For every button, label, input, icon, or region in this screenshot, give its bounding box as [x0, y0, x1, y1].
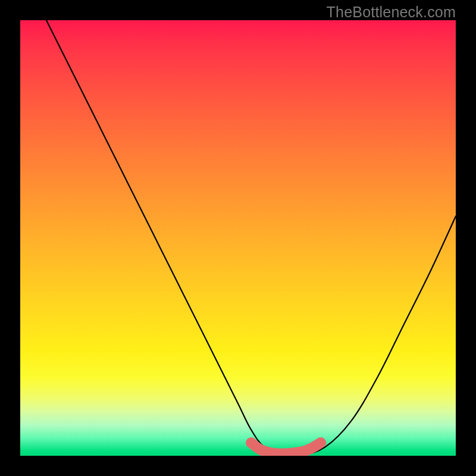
main-curve	[46, 20, 456, 456]
highlight-marker	[251, 443, 321, 454]
chart-frame: TheBottleneck.com	[0, 0, 476, 476]
plot-area	[20, 20, 456, 456]
chart-svg	[20, 20, 456, 456]
attribution-label: TheBottleneck.com	[327, 4, 456, 21]
